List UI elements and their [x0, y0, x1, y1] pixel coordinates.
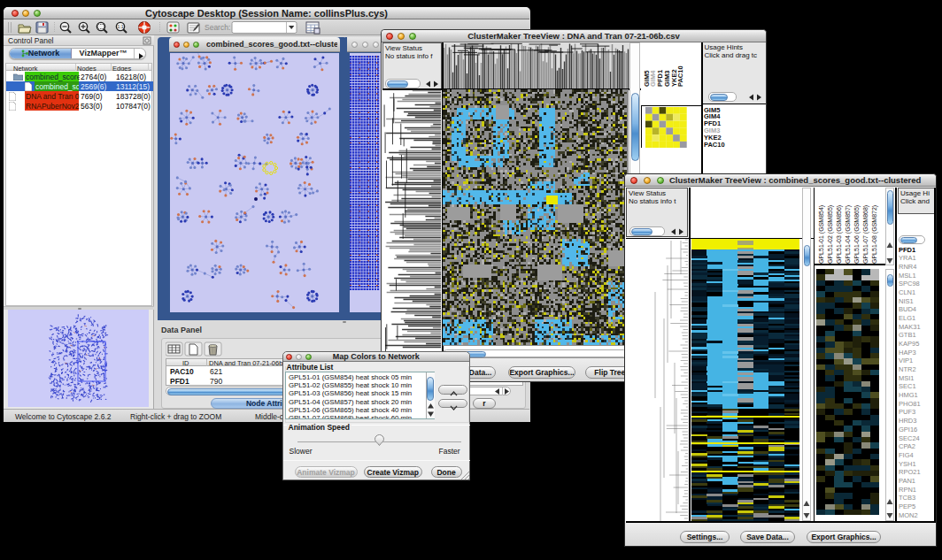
svg-text:GPL51-04 (GSM857): GPL51-04 (GSM857) [845, 205, 852, 264]
svg-text:GPL51-06 (GSM865): GPL51-06 (GSM865) [853, 205, 861, 264]
svg-text:GPL51-07 (GSM868): GPL51-07 (GSM868) [862, 205, 869, 264]
svg-text:GPL51-08 (GSM872): GPL51-08 (GSM872) [871, 205, 878, 264]
svg-text:GPL51-03 (GSM856): GPL51-03 (GSM856) [836, 205, 843, 264]
svg-text:1:1: 1:1 [118, 24, 124, 29]
svg-text:PAC10: PAC10 [676, 65, 684, 87]
svg-text:GPL51-02 (GSM855): GPL51-02 (GSM855) [827, 205, 834, 264]
svg-text:GPL51-01 (GSM854): GPL51-01 (GSM854) [818, 205, 825, 264]
svg-text:Search:: Search: [205, 23, 230, 32]
